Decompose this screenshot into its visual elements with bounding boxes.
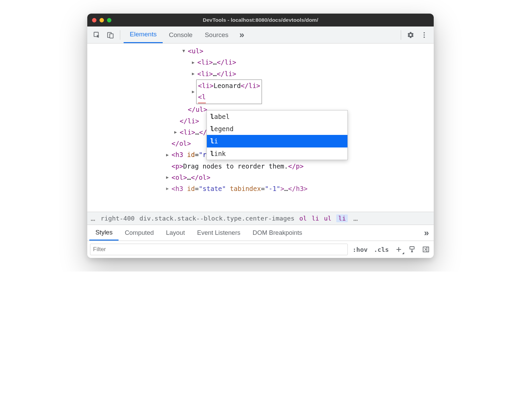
- breadcrumb-overflow-right[interactable]: …: [353, 214, 358, 223]
- minimize-window-button[interactable]: [100, 18, 104, 22]
- dom-node-editing[interactable]: ▶<li>Leonard</li><l: [87, 80, 434, 104]
- dom-node-p[interactable]: <p>Drag nodes to reorder them.</p>: [87, 161, 434, 172]
- cls-toggle[interactable]: .cls: [372, 246, 390, 253]
- breadcrumb-item[interactable]: div.stack.stack--block.type.center-image…: [140, 215, 295, 222]
- dom-node-h3-state[interactable]: ▶<h3 id="state" tabindex="-1">…</h3>: [87, 183, 434, 194]
- dom-node-li-collapsed[interactable]: ▶<li>…</li>: [87, 57, 434, 68]
- svg-point-3: [424, 32, 425, 33]
- breadcrumb-overflow-left[interactable]: …: [90, 214, 96, 223]
- toggle-computed-pane-icon[interactable]: [421, 244, 431, 255]
- main-toolbar: Elements Console Sources »: [87, 27, 434, 43]
- tab-sources[interactable]: Sources: [199, 27, 235, 43]
- sidebar-tabs: Styles Computed Layout Event Listeners D…: [87, 225, 434, 241]
- devtools-window: DevTools - localhost:8080/docs/devtools/…: [87, 14, 434, 258]
- toolbar-divider: [120, 30, 120, 40]
- tab-layout[interactable]: Layout: [160, 225, 191, 241]
- dom-node-ul[interactable]: ▼<ul>: [87, 46, 434, 57]
- autocomplete-item-li[interactable]: li: [207, 135, 347, 147]
- paint-brush-icon[interactable]: [407, 244, 417, 255]
- autocomplete-item-legend[interactable]: legend: [207, 123, 347, 135]
- filter-input[interactable]: [90, 244, 348, 255]
- svg-point-5: [424, 36, 425, 38]
- typed-partial-tag: <l: [198, 91, 206, 103]
- breadcrumb-bar: … right-400 div.stack.stack--block.type.…: [87, 212, 434, 225]
- hov-toggle[interactable]: :hov: [351, 246, 369, 253]
- tab-computed[interactable]: Computed: [119, 225, 160, 241]
- device-toolbar-icon[interactable]: [104, 29, 116, 41]
- new-style-rule-icon[interactable]: [394, 244, 404, 255]
- panel-tabs: Elements Console Sources: [124, 27, 235, 43]
- svg-rect-6: [410, 247, 414, 249]
- dom-node-ol-collapsed[interactable]: ▶<ol>…</ol>: [87, 172, 434, 183]
- traffic-lights: [92, 18, 111, 22]
- edit-html-box[interactable]: <li>Leonard</li><l: [196, 80, 262, 104]
- kebab-menu-icon[interactable]: [418, 29, 430, 41]
- svg-point-4: [424, 34, 425, 36]
- tab-styles[interactable]: Styles: [89, 225, 119, 241]
- breadcrumb-item-selected[interactable]: li: [336, 214, 348, 222]
- dom-node-li-collapsed[interactable]: ▶<li>…</li>: [87, 68, 434, 80]
- autocomplete-item-link[interactable]: link: [207, 147, 347, 160]
- styles-toolbar: :hov .cls: [87, 241, 434, 258]
- inspect-element-icon[interactable]: [91, 29, 103, 41]
- tab-console[interactable]: Console: [163, 27, 199, 43]
- breadcrumb-item[interactable]: li: [311, 215, 319, 222]
- close-window-button[interactable]: [92, 18, 96, 22]
- breadcrumb-item[interactable]: ol: [299, 215, 307, 222]
- autocomplete-popup: label legend li link: [206, 110, 348, 160]
- more-sidebar-tabs-button[interactable]: »: [421, 228, 432, 238]
- autocomplete-item-label[interactable]: label: [207, 110, 347, 123]
- tab-elements[interactable]: Elements: [124, 27, 163, 43]
- tab-dom-breakpoints[interactable]: DOM Breakpoints: [247, 225, 308, 241]
- toolbar-divider: [401, 30, 401, 40]
- breadcrumb-truncated[interactable]: right-400: [101, 215, 134, 222]
- window-title: DevTools - localhost:8080/docs/devtools/…: [87, 17, 434, 23]
- svg-rect-2: [110, 34, 113, 38]
- zoom-window-button[interactable]: [107, 18, 111, 22]
- tab-event-listeners[interactable]: Event Listeners: [191, 225, 247, 241]
- more-tabs-button[interactable]: »: [236, 30, 248, 40]
- titlebar: DevTools - localhost:8080/docs/devtools/…: [87, 14, 434, 27]
- breadcrumb-item[interactable]: ul: [324, 215, 331, 222]
- settings-icon[interactable]: [405, 29, 417, 41]
- elements-panel[interactable]: ▼<ul> ▶<li>…</li> ▶<li>…</li> ▶<li>Leona…: [87, 43, 434, 212]
